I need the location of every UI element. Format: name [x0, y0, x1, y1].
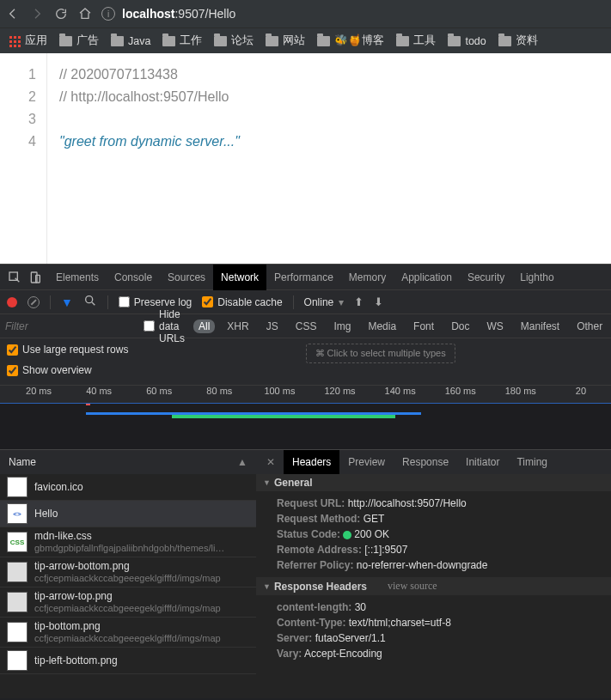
- home-icon[interactable]: [77, 6, 93, 21]
- name-column-header[interactable]: Name▲: [0, 450, 256, 474]
- response-headers-section[interactable]: ▼Response Headersview source: [256, 577, 611, 595]
- code-line: [59, 108, 240, 131]
- detail-tab-response[interactable]: Response: [394, 450, 457, 474]
- folder-icon: [396, 36, 409, 46]
- tab-performance[interactable]: Performance: [266, 265, 341, 290]
- tab-sources[interactable]: Sources: [160, 265, 213, 290]
- header-kv: Remote Address: [::1]:9507: [265, 542, 602, 557]
- tab-network[interactable]: Network: [213, 265, 266, 290]
- bookmark-folder[interactable]: 广告: [59, 33, 99, 48]
- filter-media[interactable]: Media: [363, 320, 401, 333]
- header-kv: Request Method: GET: [265, 511, 602, 527]
- detail-tab-preview[interactable]: Preview: [339, 450, 394, 474]
- reload-icon[interactable]: [53, 6, 69, 21]
- request-row[interactable]: tip-bottom.pngccfjcepmiaackkccabgeeegekl…: [0, 618, 256, 648]
- folder-icon: [317, 36, 330, 46]
- download-icon[interactable]: ⬇: [374, 295, 383, 308]
- folder-icon: [266, 36, 278, 46]
- apps-button[interactable]: 应用: [9, 33, 47, 48]
- folder-icon: [448, 36, 461, 46]
- close-icon[interactable]: ✕: [261, 456, 280, 468]
- header-kv: Vary: Accept-Encoding: [265, 646, 602, 661]
- hide-dataurls-checkbox[interactable]: Hide data URLs: [144, 308, 185, 344]
- code-line: // http://localhost:9507/Hello: [59, 86, 240, 108]
- tab-elements[interactable]: Elements: [48, 265, 107, 290]
- folder-icon: [214, 36, 227, 46]
- filter-icon[interactable]: ▼: [61, 295, 73, 309]
- code-line: // 20200707113438: [59, 64, 240, 86]
- header-kv: Status Code: 200 OK: [265, 527, 602, 542]
- device-icon[interactable]: [27, 271, 43, 284]
- disable-cache-checkbox[interactable]: Disable cache: [202, 296, 282, 308]
- bookmark-folder[interactable]: 🐝🍯博客: [317, 33, 384, 48]
- detail-tab-timing[interactable]: Timing: [508, 450, 556, 474]
- tab-console[interactable]: Console: [107, 265, 160, 290]
- throttle-select[interactable]: Online▾: [304, 296, 345, 308]
- filter-font[interactable]: Font: [408, 320, 439, 333]
- search-icon[interactable]: [83, 294, 97, 310]
- chevron-down-icon: ▼: [263, 582, 271, 591]
- filter-xhr[interactable]: XHR: [222, 320, 254, 333]
- forward-icon[interactable]: [29, 6, 45, 21]
- request-row[interactable]: CSSmdn-like.cssgbmdgpbipfallnflgajpaliib…: [0, 527, 256, 557]
- filter-input[interactable]: [5, 320, 135, 332]
- tab-memory[interactable]: Memory: [341, 265, 394, 290]
- large-rows-checkbox[interactable]: Use large request rows: [7, 344, 306, 356]
- request-row[interactable]: tip-arrow-bottom.pngccfjcepmiaackkccabge…: [0, 557, 256, 587]
- file-icon: [7, 592, 27, 612]
- folder-icon: [59, 36, 72, 46]
- detail-tab-initiator[interactable]: Initiator: [457, 450, 508, 474]
- sort-icon: ▲: [237, 456, 247, 468]
- bookmarks-bar: 应用 广告Java工作论坛网站🐝🍯博客工具todo资料: [0, 27, 611, 53]
- header-kv: Content-Type: text/html;charset=utf-8: [265, 615, 602, 630]
- bookmark-folder[interactable]: 资料: [498, 33, 538, 48]
- address-bar[interactable]: i localhost:9507/Hello: [101, 7, 235, 21]
- view-source-link[interactable]: view source: [388, 580, 437, 593]
- upload-icon[interactable]: ⬆: [354, 295, 364, 308]
- inspect-icon[interactable]: [7, 271, 22, 284]
- header-kv: Server: futaoServer/1.1: [265, 630, 602, 646]
- header-kv: content-length: 30: [265, 600, 602, 615]
- bookmark-folder[interactable]: 工具: [396, 33, 436, 48]
- bookmark-folder[interactable]: 论坛: [214, 33, 254, 48]
- request-row[interactable]: favicon.ico: [0, 474, 256, 501]
- bookmark-folder[interactable]: 网站: [266, 33, 305, 48]
- request-row[interactable]: tip-left-bottom.png: [0, 648, 256, 674]
- page-content: 1234 // 20200707113438 // http://localho…: [0, 53, 611, 264]
- file-icon: <>: [7, 503, 27, 524]
- back-icon[interactable]: [5, 6, 21, 21]
- header-kv: Referrer Policy: no-referrer-when-downgr…: [265, 557, 602, 573]
- code-line: "greet from dynamic server...": [59, 131, 240, 153]
- tab-lightho[interactable]: Lightho: [512, 265, 561, 290]
- bookmark-folder[interactable]: Java: [111, 35, 150, 47]
- record-icon[interactable]: [7, 297, 17, 307]
- devtools-tabs: ElementsConsoleSourcesNetworkPerformance…: [0, 264, 611, 289]
- tab-application[interactable]: Application: [394, 265, 460, 290]
- clear-icon[interactable]: [27, 296, 40, 308]
- request-row[interactable]: <>Hello: [0, 501, 256, 527]
- bookmark-folder[interactable]: todo: [448, 35, 486, 47]
- filter-ws[interactable]: WS: [481, 320, 508, 333]
- filter-js[interactable]: JS: [261, 320, 284, 333]
- general-section[interactable]: ▼General: [256, 474, 611, 491]
- file-icon: [7, 650, 27, 671]
- filter-other[interactable]: Other: [571, 320, 608, 333]
- detail-tab-headers[interactable]: Headers: [284, 450, 339, 474]
- overview-checkbox[interactable]: Show overview: [7, 364, 306, 376]
- folder-icon: [162, 36, 175, 46]
- filter-all[interactable]: All: [193, 320, 215, 333]
- request-row[interactable]: tip-arrow-top.pngccfjcepmiaackkccabgeeeg…: [0, 587, 256, 618]
- info-icon[interactable]: i: [101, 7, 115, 21]
- file-icon: [7, 622, 27, 642]
- tab-security[interactable]: Security: [460, 265, 512, 290]
- filter-css[interactable]: CSS: [290, 320, 322, 333]
- timeline[interactable]: 20 ms40 ms60 ms80 ms100 ms120 ms140 ms16…: [0, 385, 611, 449]
- filter-manifest[interactable]: Manifest: [516, 320, 565, 333]
- filter-img[interactable]: Img: [328, 320, 356, 333]
- chevron-down-icon: ▼: [263, 478, 271, 487]
- folder-icon: [498, 36, 511, 46]
- bookmark-folder[interactable]: 工作: [162, 33, 202, 48]
- svg-point-3: [86, 296, 93, 303]
- preserve-log-checkbox[interactable]: Preserve log: [119, 296, 192, 308]
- filter-doc[interactable]: Doc: [446, 320, 474, 333]
